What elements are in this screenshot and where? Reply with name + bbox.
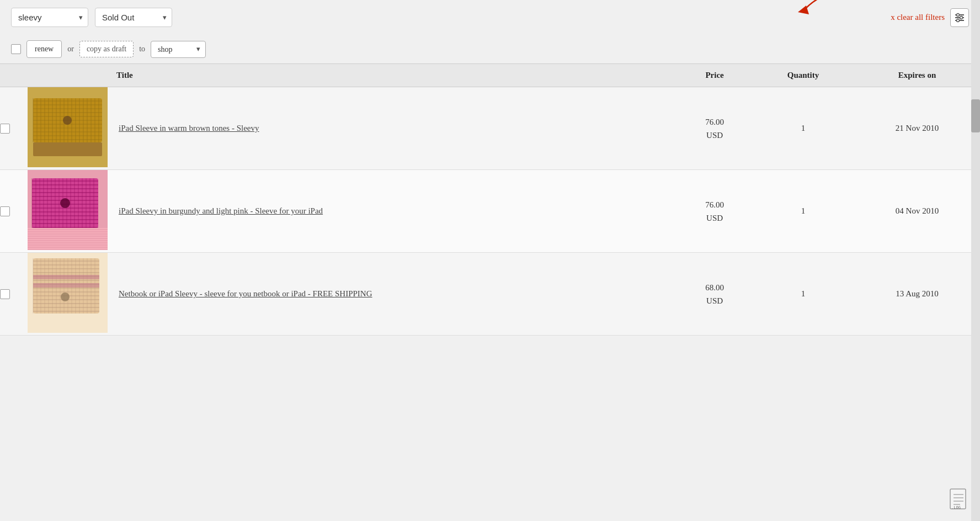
svg-point-39: [63, 116, 72, 125]
shop-filter-wrapper: sleevy: [11, 8, 88, 27]
row-checkbox-cell: [0, 170, 28, 253]
col-header-expires: Expires on: [854, 64, 980, 87]
svg-rect-40: [33, 142, 102, 156]
svg-rect-118: [33, 275, 99, 279]
scrollbar[interactable]: [971, 0, 980, 336]
row-checkbox-cell: [0, 253, 28, 336]
row-expires-cell: 21 Nov 2010: [854, 87, 980, 170]
table-row: Netbook or iPad Sleevy - sleeve for you …: [0, 253, 980, 336]
row-image-cell: [28, 87, 108, 170]
col-header-quantity: Quantity: [752, 64, 854, 87]
row-qty-cell: 1: [752, 253, 854, 336]
row-title-cell: iPad Sleeve in warm brown tones - Sleevy: [108, 87, 677, 170]
row-checkbox-cell: [0, 87, 28, 170]
row-title-cell: iPad Sleevy in burgundy and light pink -…: [108, 170, 677, 253]
row-price-cell: 76.00USD: [677, 87, 752, 170]
shop-filter-select[interactable]: sleevy: [11, 8, 88, 27]
status-filter-select[interactable]: Sold Out Active Inactive Expired: [95, 8, 172, 27]
row-title-cell: Netbook or iPad Sleevy - sleeve for you …: [108, 253, 677, 336]
listing-title-link-3[interactable]: Netbook or iPad Sleevy - sleeve for you …: [119, 289, 372, 298]
filter-options-button[interactable]: [950, 8, 969, 27]
table-header-row: Title Price Quantity Expires on: [0, 64, 980, 87]
svg-rect-119: [33, 283, 99, 288]
svg-point-120: [61, 293, 70, 301]
col-header-image: [28, 64, 108, 87]
scrollbar-thumb[interactable]: [971, 99, 980, 132]
col-header-checkbox: [0, 64, 28, 87]
svg-point-6: [957, 19, 960, 22]
listings-table-container: Title Price Quantity Expires on iPad Sl: [0, 63, 980, 336]
renew-button[interactable]: renew: [26, 40, 62, 58]
to-label: to: [139, 45, 145, 54]
col-header-title: Title: [108, 64, 677, 87]
copy-as-draft-label: copy as draft: [79, 41, 134, 57]
svg-rect-74: [28, 228, 108, 250]
or-label: or: [67, 45, 74, 54]
listings-table: Title Price Quantity Expires on iPad Sl: [0, 63, 980, 336]
row-checkbox-1[interactable]: [0, 124, 10, 134]
row-price-cell: 68.00USD: [677, 253, 752, 336]
clear-filters-button[interactable]: x clear all filters: [891, 13, 945, 22]
svg-point-73: [60, 198, 70, 208]
destination-shop-wrapper: shop: [151, 41, 206, 58]
filter-bar: sleevy Sold Out Active Inactive Expired …: [0, 0, 980, 35]
action-bar: renew or copy as draft to shop: [0, 35, 980, 63]
row-checkbox-3[interactable]: [0, 289, 10, 299]
row-price-cell: 76.00USD: [677, 170, 752, 253]
table-body: iPad Sleeve in warm brown tones - Sleevy…: [0, 87, 980, 336]
row-image-cell: [28, 170, 108, 253]
table-row: iPad Sleeve in warm brown tones - Sleevy…: [0, 87, 980, 170]
row-qty-cell: 1: [752, 87, 854, 170]
row-qty-cell: 1: [752, 170, 854, 253]
listing-title-link-2[interactable]: iPad Sleevy in burgundy and light pink -…: [119, 206, 323, 215]
col-header-price: Price: [677, 64, 752, 87]
select-all-checkbox[interactable]: [11, 44, 21, 54]
row-expires-cell: 13 Aug 2010: [854, 253, 980, 336]
row-expires-cell: 04 Nov 2010: [854, 170, 980, 253]
status-filter-wrapper: Sold Out Active Inactive Expired: [95, 8, 172, 27]
destination-shop-select[interactable]: shop: [151, 41, 206, 58]
table-row: iPad Sleevy in burgundy and light pink -…: [0, 170, 980, 253]
svg-point-5: [960, 16, 963, 19]
row-image-cell: [28, 253, 108, 336]
svg-point-4: [957, 13, 960, 16]
svg-marker-0: [798, 6, 809, 14]
row-checkbox-2[interactable]: [0, 206, 10, 216]
listing-title-link-1[interactable]: iPad Sleeve in warm brown tones - Sleevy: [119, 124, 259, 132]
